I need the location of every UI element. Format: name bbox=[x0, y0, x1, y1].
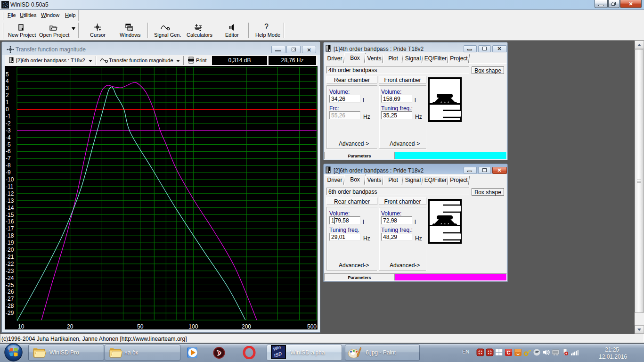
svg-text:500: 500 bbox=[307, 323, 317, 329]
svg-text:-1: -1 bbox=[6, 113, 11, 120]
svg-text:-25: -25 bbox=[6, 282, 14, 288]
svg-text:-24: -24 bbox=[6, 275, 14, 281]
svg-text:-16: -16 bbox=[6, 218, 14, 225]
svg-text:4: 4 bbox=[6, 78, 9, 84]
svg-text:3: 3 bbox=[6, 85, 9, 91]
svg-text:1: 1 bbox=[6, 99, 9, 106]
svg-text:-8: -8 bbox=[6, 162, 11, 169]
svg-text:0: 0 bbox=[6, 106, 9, 113]
svg-text:-2: -2 bbox=[6, 120, 11, 127]
svg-text:-20: -20 bbox=[6, 247, 14, 253]
svg-text:-27: -27 bbox=[6, 296, 14, 302]
svg-text:100: 100 bbox=[188, 323, 198, 329]
svg-text:-5: -5 bbox=[6, 141, 11, 148]
svg-text:2: 2 bbox=[6, 92, 9, 99]
svg-text:-7: -7 bbox=[6, 155, 11, 162]
svg-text:C: C bbox=[507, 350, 511, 355]
svg-text:-11: -11 bbox=[6, 183, 14, 190]
svg-text:-18: -18 bbox=[6, 232, 14, 239]
svg-text:-10: -10 bbox=[6, 176, 14, 183]
svg-text:-4: -4 bbox=[6, 134, 11, 141]
svg-text:50: 50 bbox=[137, 323, 144, 329]
svg-text:20: 20 bbox=[67, 323, 73, 329]
svg-text:-19: -19 bbox=[6, 239, 14, 246]
svg-text:5: 5 bbox=[6, 71, 9, 78]
svg-text:-17: -17 bbox=[6, 225, 14, 232]
svg-text:-3: -3 bbox=[6, 127, 11, 134]
svg-text:-12: -12 bbox=[6, 190, 14, 197]
svg-text:10: 10 bbox=[18, 323, 24, 329]
svg-text:-23: -23 bbox=[6, 268, 14, 274]
svg-text:-26: -26 bbox=[6, 288, 14, 295]
svg-text:-14: -14 bbox=[6, 205, 14, 211]
svg-text:-28: -28 bbox=[6, 303, 14, 309]
svg-text:-6: -6 bbox=[6, 148, 11, 155]
svg-text:-21: -21 bbox=[6, 254, 14, 260]
svg-text:-22: -22 bbox=[6, 261, 14, 267]
svg-text:-15: -15 bbox=[6, 212, 14, 218]
svg-text:-13: -13 bbox=[6, 197, 14, 204]
svg-text:200: 200 bbox=[242, 323, 251, 329]
svg-text:-9: -9 bbox=[6, 169, 11, 176]
svg-text:-29: -29 bbox=[6, 310, 14, 316]
